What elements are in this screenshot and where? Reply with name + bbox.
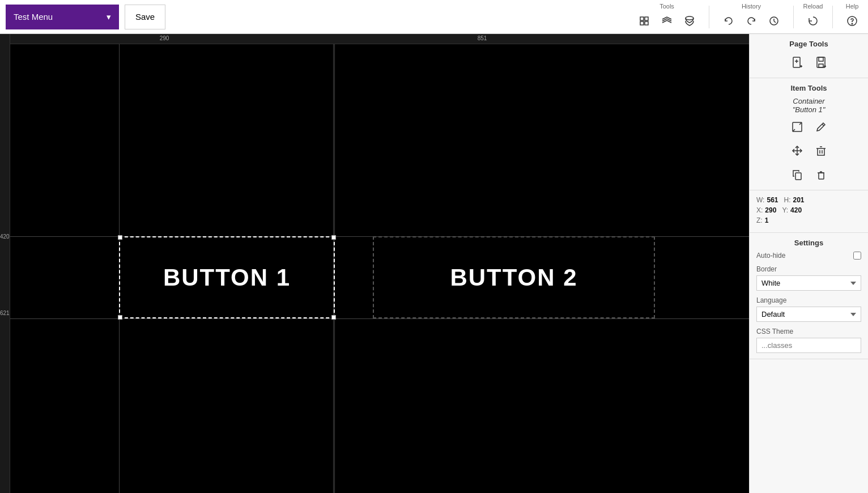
- save-page-icon[interactable]: [811, 53, 831, 72]
- svg-rect-0: [640, 17, 644, 20]
- undo-icon[interactable]: [718, 11, 739, 31]
- auto-hide-row: Auto-hide: [756, 252, 861, 260]
- page-tools-section: Page Tools: [750, 34, 868, 78]
- trash-item-icon[interactable]: [811, 165, 831, 184]
- settings-section: Settings Auto-hide Border White Black No…: [750, 233, 868, 359]
- button-2-label: BUTTON 2: [450, 264, 577, 291]
- svg-rect-24: [795, 173, 801, 180]
- css-theme-row: CSS Theme: [756, 328, 861, 353]
- language-row: Language Default English Spanish French: [756, 296, 861, 322]
- svg-point-7: [852, 23, 853, 24]
- ruler-top: 290 851: [0, 34, 749, 44]
- auto-hide-label: Auto-hide: [756, 252, 785, 260]
- canvas-content: BUTTON 1 BUTTON 2: [10, 44, 749, 493]
- menu-dropdown[interactable]: Test Menu ▾: [6, 5, 119, 29]
- handle-tl[interactable]: [118, 235, 122, 240]
- ruler-mark-290: 290: [160, 35, 169, 41]
- language-label: Language: [756, 296, 861, 304]
- css-theme-input[interactable]: [756, 338, 861, 353]
- handle-bl[interactable]: [118, 315, 122, 320]
- grid-tool-icon[interactable]: [634, 11, 654, 31]
- edit-item-icon[interactable]: [811, 117, 831, 137]
- button-1-label: BUTTON 1: [163, 264, 291, 291]
- redo-icon[interactable]: [741, 11, 761, 31]
- css-theme-label: CSS Theme: [756, 328, 861, 335]
- button-2-container[interactable]: BUTTON 2: [373, 236, 655, 318]
- svg-rect-25: [819, 173, 824, 179]
- history-section: History: [718, 3, 784, 31]
- y-value: 420: [790, 206, 802, 214]
- w-label: W:: [756, 196, 764, 204]
- reload-icon[interactable]: [803, 11, 823, 31]
- history-icon[interactable]: [764, 11, 784, 31]
- resize-item-icon[interactable]: [788, 117, 807, 137]
- tools-section: Tools: [634, 3, 700, 31]
- svg-rect-13: [817, 57, 825, 67]
- menu-label: Test Menu: [14, 12, 53, 22]
- x-value: 290: [765, 206, 776, 214]
- new-page-icon[interactable]: [788, 53, 807, 72]
- tools-label: Tools: [659, 3, 674, 10]
- page-tools-title: Page Tools: [756, 40, 861, 48]
- chevron-down-icon: ▾: [107, 12, 111, 22]
- ruler-left: 420 621: [0, 34, 10, 493]
- save-button[interactable]: Save: [125, 5, 165, 29]
- language-select[interactable]: Default English Spanish French: [756, 307, 861, 322]
- history-label: History: [742, 3, 761, 10]
- help-icon[interactable]: [842, 11, 862, 31]
- z-value: 1: [765, 216, 769, 224]
- x-label: X:: [756, 206, 763, 214]
- copy-item-icon[interactable]: [788, 165, 807, 184]
- item-tools-title: Item Tools: [756, 84, 861, 92]
- auto-hide-checkbox[interactable]: [853, 252, 861, 260]
- stack-tool-icon[interactable]: [679, 11, 700, 31]
- z-label: Z:: [756, 216, 763, 224]
- h-label: H:: [784, 196, 790, 204]
- svg-rect-14: [819, 64, 823, 67]
- reload-section: Reload: [803, 3, 823, 31]
- h-value: 201: [793, 196, 804, 204]
- w-value: 561: [767, 196, 778, 204]
- layers-tool-icon[interactable]: [657, 11, 677, 31]
- button-1-container[interactable]: BUTTON 1: [119, 236, 335, 318]
- border-row: Border White Black None Red Blue: [756, 265, 861, 291]
- svg-line-19: [822, 124, 824, 126]
- item-tools-section: Item Tools Container"Button 1": [750, 78, 868, 190]
- svg-point-4: [686, 16, 693, 20]
- container-label: Container"Button 1": [756, 97, 861, 114]
- main-area: 290 851 420 621 BUTTON 1: [0, 34, 868, 493]
- svg-rect-1: [645, 17, 648, 20]
- settings-title: Settings: [756, 239, 861, 247]
- canvas-wrapper[interactable]: 290 851 420 621 BUTTON 1: [0, 34, 749, 493]
- border-select[interactable]: White Black None Red Blue: [756, 275, 861, 291]
- svg-rect-2: [640, 22, 644, 25]
- delete-item-icon[interactable]: [811, 141, 831, 160]
- ruler-mark-851: 851: [478, 35, 487, 41]
- svg-rect-3: [645, 22, 648, 25]
- toolbar: Test Menu ▾ Save Tools: [0, 0, 868, 34]
- handle-tr[interactable]: [331, 235, 336, 240]
- svg-rect-15: [819, 57, 823, 61]
- right-panel: Page Tools: [749, 34, 868, 493]
- handle-br[interactable]: [331, 315, 336, 320]
- y-label: Y:: [782, 206, 788, 214]
- move-item-icon[interactable]: [788, 141, 807, 160]
- reload-label: Reload: [803, 3, 823, 10]
- help-label: Help: [846, 3, 859, 10]
- properties-section: W: 561 H: 201 X: 290 Y: 420: [750, 190, 868, 233]
- border-label: Border: [756, 265, 861, 273]
- help-section: Help: [842, 3, 862, 31]
